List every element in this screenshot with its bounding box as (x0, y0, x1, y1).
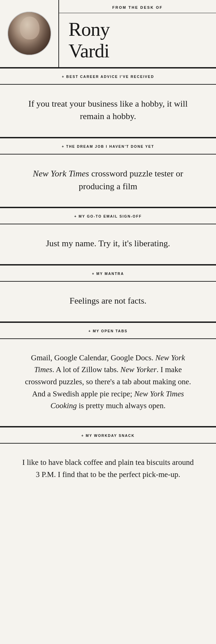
name-block: Rony Vardi (59, 13, 216, 67)
career-advice-label: + BEST CAREER ADVICE I'VE RECEIVED (62, 75, 154, 79)
email-signoff-text: Just my name. Try it, it's liberating. (20, 237, 196, 250)
dream-job-text: New York Times crossword puzzle tester o… (20, 167, 196, 193)
dream-job-label: + THE DREAM JOB I HAVEN'T DONE YET (62, 144, 154, 148)
email-signoff-content: Just my name. Try it, it's liberating. (0, 224, 216, 265)
open-tabs-label: + MY OPEN TABS (88, 329, 128, 333)
email-signoff-label: + MY GO-TO EMAIL SIGN-OFF (74, 214, 142, 218)
email-signoff-label-row: + MY GO-TO EMAIL SIGN-OFF (0, 207, 216, 224)
workday-snack-label-row: + MY WORKDAY SNACK (0, 427, 216, 444)
career-advice-content: If you treat your business like a hobby,… (0, 85, 216, 138)
open-tabs-label-row: + MY OPEN TABS (0, 322, 216, 339)
header-left (0, 0, 59, 67)
workday-snack-content: I like to have black coffee and plain te… (0, 444, 216, 495)
workday-snack-text: I like to have black coffee and plain te… (20, 456, 196, 480)
avatar (7, 11, 51, 55)
author-name: Rony Vardi (69, 19, 110, 62)
page-wrapper: FROM THE DESK OF Rony Vardi + BEST CAREE… (0, 0, 216, 495)
career-advice-text: If you treat your business like a hobby,… (20, 97, 196, 123)
mantra-label: + MY MANTRA (92, 272, 124, 276)
header-section: FROM THE DESK OF Rony Vardi (0, 0, 216, 68)
from-desk-bar: FROM THE DESK OF (59, 0, 216, 13)
dream-job-label-row: + THE DREAM JOB I HAVEN'T DONE YET (0, 138, 216, 155)
mantra-content: Feelings are not facts. (0, 282, 216, 322)
from-desk-label: FROM THE DESK OF (112, 5, 163, 9)
open-tabs-text: Gmail, Google Calendar, Google Docs. New… (20, 352, 196, 412)
header-right: FROM THE DESK OF Rony Vardi (59, 0, 216, 67)
mantra-label-row: + MY MANTRA (0, 265, 216, 282)
dream-job-content: New York Times crossword puzzle tester o… (0, 155, 216, 207)
career-advice-label-row: + BEST CAREER ADVICE I'VE RECEIVED (0, 68, 216, 85)
mantra-text: Feelings are not facts. (20, 295, 196, 307)
open-tabs-content: Gmail, Google Calendar, Google Docs. New… (0, 339, 216, 427)
workday-snack-label: + MY WORKDAY SNACK (81, 433, 135, 438)
